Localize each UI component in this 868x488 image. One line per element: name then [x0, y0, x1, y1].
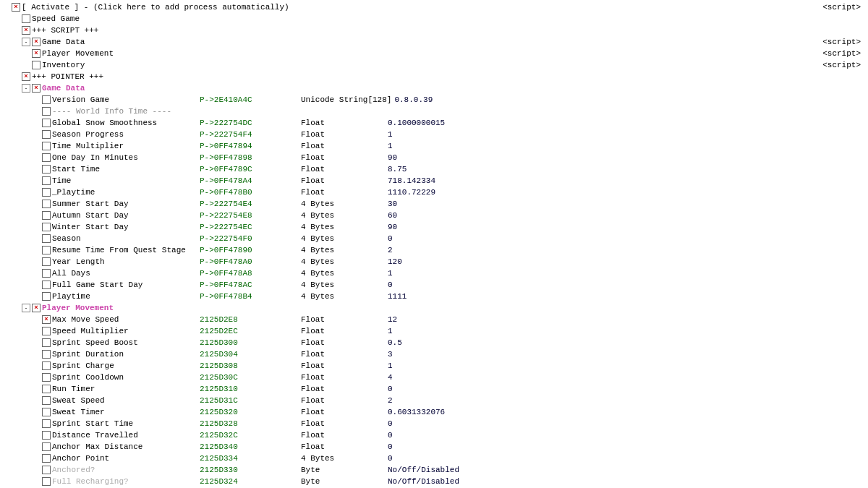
node-type: 4 Bytes: [298, 244, 385, 256]
checkbox[interactable]: [42, 153, 51, 162]
checkbox[interactable]: [42, 361, 51, 370]
node-label: One Day In Minutes: [52, 152, 197, 163]
node-address: 2125D300: [197, 337, 298, 348]
node-type: 4 Bytes: [298, 291, 385, 302]
checkbox[interactable]: [42, 176, 51, 185]
node-value: 0: [385, 441, 867, 453]
checkbox[interactable]: [42, 466, 51, 474]
checkbox[interactable]: [32, 304, 41, 312]
checkbox[interactable]: [42, 234, 51, 243]
checkbox[interactable]: [32, 38, 41, 46]
checkbox[interactable]: [32, 61, 41, 69]
node-label: +++ POINTER +++: [32, 71, 176, 82]
node-label: _Playtime: [52, 187, 197, 198]
checkbox[interactable]: [42, 338, 51, 347]
checkbox[interactable]: [42, 257, 51, 266]
node-type: Byte: [298, 476, 385, 487]
node-type: Float: [298, 348, 385, 360]
checkbox[interactable]: [42, 292, 51, 301]
node-address: 2125D30C: [197, 372, 298, 383]
checkbox[interactable]: [42, 396, 51, 405]
checkbox[interactable]: [42, 211, 51, 220]
checkbox[interactable]: [22, 14, 30, 23]
node-value: 1: [385, 267, 867, 279]
tree-row: Sprint Cooldown2125D30CFloat4: [0, 372, 868, 383]
checkbox[interactable]: [42, 246, 51, 254]
tree-row: Speed Game: [0, 13, 868, 25]
checkbox[interactable]: [22, 72, 30, 81]
node-label: Anchor Max Distance: [52, 441, 197, 453]
checkbox[interactable]: [42, 327, 51, 335]
script-label: <script>: [822, 1, 867, 13]
node-label: Version Game: [52, 94, 197, 106]
checkbox[interactable]: [42, 107, 51, 116]
checkbox[interactable]: [42, 431, 51, 440]
collapse-button[interactable]: -: [22, 84, 30, 93]
node-address: P->222754F0: [197, 233, 298, 244]
checkbox[interactable]: [42, 130, 51, 139]
node-value: 0: [385, 453, 867, 464]
checkbox[interactable]: [42, 223, 51, 231]
node-value: 12: [385, 314, 867, 325]
checkbox[interactable]: [42, 165, 51, 174]
node-value: 4: [385, 372, 867, 383]
tree-row: Anchor Max Distance2125D340Float0: [0, 441, 868, 453]
tree-row: ---- World Info Time ----: [0, 106, 868, 117]
node-value: 3: [385, 348, 867, 360]
node-address: 2125D304: [197, 348, 298, 360]
node-label: Time: [52, 175, 197, 187]
checkbox[interactable]: [42, 315, 51, 324]
checkbox[interactable]: [12, 3, 20, 12]
checkbox[interactable]: [42, 442, 51, 451]
node-value: No/Off/Disabled: [385, 476, 867, 487]
checkbox[interactable]: [42, 408, 51, 416]
tree-row: +++ SCRIPT +++: [0, 25, 868, 36]
script-label: <script>: [822, 48, 867, 59]
checkbox[interactable]: [42, 269, 51, 278]
checkbox[interactable]: [32, 84, 41, 93]
checkbox[interactable]: [42, 385, 51, 393]
checkbox[interactable]: [42, 350, 51, 359]
checkbox[interactable]: [42, 188, 51, 197]
node-value: 1110.72229: [385, 187, 867, 198]
checkbox[interactable]: [42, 142, 51, 150]
checkbox[interactable]: [32, 49, 41, 58]
tree-row: Distance Travelled2125D32CFloat0: [0, 429, 868, 441]
node-label: Year Length: [52, 256, 197, 267]
checkbox[interactable]: [42, 477, 51, 486]
collapse-button[interactable]: -: [22, 304, 30, 312]
checkbox[interactable]: [42, 200, 51, 208]
tree-row: Autumn Start DayP->222754E84 Bytes60: [0, 210, 868, 221]
node-address: P->0FF478A8: [197, 267, 298, 279]
checkbox[interactable]: [42, 454, 51, 463]
tree-row: Speed Multiplier2125D2ECFloat1: [0, 325, 868, 337]
node-type: Float: [298, 372, 385, 383]
tree-row: Sweat Timer2125D320Float0.6031332076: [0, 406, 868, 418]
node-label: Season: [52, 233, 197, 244]
node-address: P->0FF478A4: [197, 175, 298, 187]
node-label: Speed Game: [32, 13, 176, 25]
checkbox[interactable]: [42, 419, 51, 428]
tree-row: PlaytimeP->0FF478B44 Bytes1111: [0, 291, 868, 302]
node-type: Float: [298, 441, 385, 453]
checkbox[interactable]: [42, 373, 51, 382]
tree-row: SeasonP->222754F04 Bytes0: [0, 233, 868, 244]
node-address: P->0FF478A0: [197, 256, 298, 267]
checkbox[interactable]: [42, 95, 51, 104]
node-type: 4 Bytes: [298, 453, 385, 464]
tree-row: Max Move Speed2125D2E8Float12: [0, 314, 868, 325]
collapse-button[interactable]: -: [22, 38, 30, 46]
tree-row: Full Game Start DayP->0FF478AC4 Bytes0: [0, 279, 868, 291]
tree-row: Full Recharging?2125D324ByteNo/Off/Disab…: [0, 476, 868, 487]
node-label: All Days: [52, 267, 197, 279]
tree-row: Anchor Point2125D3344 Bytes0: [0, 453, 868, 464]
node-label: Max Move Speed: [52, 314, 197, 325]
checkbox[interactable]: [42, 281, 51, 289]
checkbox[interactable]: [42, 119, 51, 127]
tree-row: Resume Time From Quest StageP->0FF478904…: [0, 244, 868, 256]
tree-row: Anchored?2125D330ByteNo/Off/Disabled: [0, 464, 868, 476]
tree-row: +++ POINTER +++: [0, 71, 868, 82]
checkbox[interactable]: [22, 26, 30, 35]
tree-row: Version GameP->2E410A4CUnicode String[12…: [0, 94, 868, 106]
node-value: 2: [385, 244, 867, 256]
